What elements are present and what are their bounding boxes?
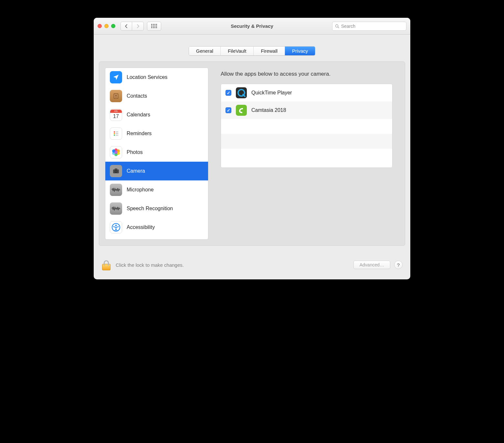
privacy-category-list[interactable]: Location Services Contacts JUL 17 Calend…: [105, 68, 208, 240]
sidebar-item-label: Photos: [127, 149, 143, 155]
app-name: Camtasia 2018: [251, 107, 286, 113]
lock-button[interactable]: [101, 259, 111, 270]
photos-icon: [110, 146, 122, 158]
grid-icon: [151, 24, 157, 28]
search-input[interactable]: [341, 24, 404, 29]
sidebar-item-label: Contacts: [127, 93, 147, 99]
chevron-left-icon: [125, 24, 128, 28]
sidebar-item-calendars[interactable]: JUL 17 Calendars: [105, 105, 208, 124]
forward-button[interactable]: [132, 22, 144, 31]
reminders-icon: [110, 127, 122, 140]
main-pane: Allow the apps below to access your came…: [214, 68, 399, 240]
sidebar-item-label: Microphone: [127, 187, 154, 193]
minimize-window-button[interactable]: [104, 24, 109, 28]
svg-point-14: [115, 171, 117, 172]
panel: Location Services Contacts JUL 17 Calend…: [99, 61, 405, 246]
app-name: QuickTime Player: [251, 90, 292, 96]
app-row-empty: [221, 119, 392, 134]
svg-point-16: [115, 225, 117, 226]
help-button[interactable]: ?: [394, 261, 403, 269]
advanced-button[interactable]: Advanced…: [353, 261, 390, 269]
tabs-row: General FileVault Firewall Privacy: [94, 35, 410, 61]
accessibility-icon: [110, 221, 122, 233]
search-icon: [335, 24, 339, 28]
app-row-quicktime: ✓ QuickTime Player: [221, 84, 392, 102]
calendar-icon: JUL 17: [110, 109, 122, 121]
nav-buttons: [121, 22, 144, 31]
app-row-empty: [221, 149, 392, 164]
svg-line-1: [338, 27, 339, 28]
sidebar-item-contacts[interactable]: Contacts: [105, 87, 208, 105]
speech-icon: [110, 202, 122, 215]
sidebar-item-location-services[interactable]: Location Services: [105, 68, 208, 87]
app-row-camtasia: ✓ Camtasia 2018: [221, 102, 392, 119]
camera-icon: [110, 165, 122, 177]
lock-icon: [102, 264, 110, 270]
checkbox-camtasia[interactable]: ✓: [226, 107, 231, 113]
content: General FileVault Firewall Privacy Locat…: [94, 35, 410, 252]
search-field[interactable]: [332, 22, 406, 31]
sidebar-item-label: Speech Recognition: [127, 206, 173, 211]
sidebar-item-photos[interactable]: Photos: [105, 143, 208, 162]
tabs: General FileVault Firewall Privacy: [189, 46, 316, 56]
tab-general[interactable]: General: [189, 47, 221, 55]
tab-firewall[interactable]: Firewall: [254, 47, 285, 55]
sidebar-item-label: Calendars: [127, 112, 150, 118]
calendar-month: JUL: [110, 110, 122, 113]
calendar-day: 17: [113, 113, 119, 120]
svg-point-4: [115, 95, 117, 96]
lock-text: Click the lock to make changes.: [116, 262, 184, 268]
chevron-right-icon: [136, 24, 140, 28]
location-icon: [110, 71, 122, 83]
tab-privacy[interactable]: Privacy: [285, 47, 315, 55]
sidebar-item-label: Camera: [127, 168, 145, 174]
close-window-button[interactable]: [98, 24, 102, 28]
quicktime-icon: [236, 87, 247, 98]
app-row-empty: [221, 134, 392, 149]
sidebar-item-accessibility[interactable]: Accessibility: [105, 218, 208, 237]
titlebar: Security & Privacy: [94, 18, 410, 35]
svg-rect-12: [115, 168, 117, 170]
footer: Click the lock to make changes. Advanced…: [94, 252, 410, 279]
svg-point-7: [114, 135, 115, 136]
sidebar-item-label: Accessibility: [127, 224, 155, 230]
sidebar-item-microphone[interactable]: Microphone: [105, 180, 208, 199]
sidebar-item-speech-recognition[interactable]: Speech Recognition: [105, 199, 208, 218]
app-access-list: ✓ QuickTime Player ✓ Camtasia 2018: [221, 84, 393, 168]
microphone-icon: [110, 184, 122, 196]
search-wrap: [332, 22, 406, 31]
camtasia-icon: [236, 105, 247, 116]
sidebar-item-label: Location Services: [127, 74, 167, 80]
back-button[interactable]: [121, 22, 132, 31]
traffic-lights: [98, 24, 115, 28]
pane-heading: Allow the apps below to access your came…: [214, 68, 399, 84]
contacts-icon: [110, 90, 122, 102]
sidebar-item-reminders[interactable]: Reminders: [105, 124, 208, 143]
sidebar-item-label: Reminders: [127, 131, 152, 136]
checkbox-quicktime[interactable]: ✓: [226, 90, 231, 96]
svg-point-6: [114, 133, 115, 134]
show-all-button[interactable]: [147, 22, 161, 31]
sidebar-item-camera[interactable]: Camera: [105, 162, 208, 180]
zoom-window-button[interactable]: [111, 24, 115, 28]
tab-filevault[interactable]: FileVault: [221, 47, 254, 55]
preferences-window: Security & Privacy General FileVault Fir…: [94, 18, 410, 279]
svg-point-5: [114, 131, 115, 133]
